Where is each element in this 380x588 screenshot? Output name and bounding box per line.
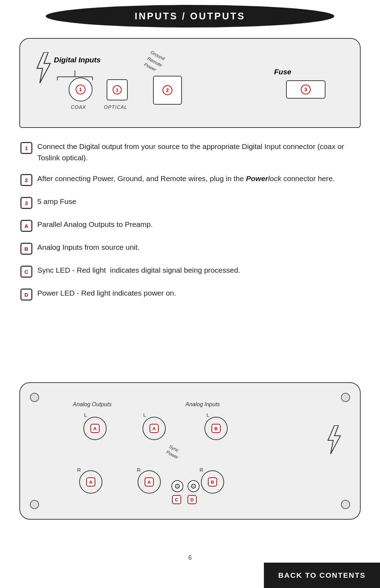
ao2-l-connector: A <box>142 417 166 440</box>
c-badge-label: C <box>172 495 181 504</box>
descriptions-section: 1 Connect the Digital output from your s… <box>20 141 360 310</box>
fuse-label: Fuse <box>274 68 291 76</box>
desc-item-c: C Sync LED - Red light indicates digital… <box>20 265 360 278</box>
badge-3: 3 <box>20 197 32 209</box>
sync-led-connector <box>171 480 183 492</box>
device-diagram-top: Digital Inputs 1 COAX 1 OPTICAL Ground R… <box>19 38 361 128</box>
badge-b: B <box>20 243 32 255</box>
mount-dot-br <box>341 500 350 509</box>
desc-item-3: 3 5 amp Fuse <box>20 196 360 209</box>
desc-text-d: Power LED - Red light indicates power on… <box>37 287 176 299</box>
badge-d: D <box>20 289 32 301</box>
coax-connector: 1 <box>69 78 93 101</box>
ao1-r-connector: A <box>79 470 102 494</box>
power-led-connector <box>188 480 200 492</box>
lightning-icon-bottom <box>325 425 342 454</box>
desc-item-b: B Analog Inputs from source unit. <box>20 242 360 255</box>
page-number: 6 <box>188 554 192 562</box>
badge-1: 1 <box>20 142 32 154</box>
desc-item-1: 1 Connect the Digital output from your s… <box>20 141 360 163</box>
grp-labels: Ground Remote Power <box>143 49 167 75</box>
analog-inputs-label: Analog Inputs <box>185 401 220 408</box>
d-badge-label: D <box>188 495 197 504</box>
power-badge: 2 <box>163 85 172 95</box>
back-to-contents-label: BACK TO CONTENTS <box>278 571 366 580</box>
digital-inputs-label: Digital Inputs <box>54 56 101 64</box>
fuse-connector: 3 <box>286 80 325 99</box>
svg-marker-6 <box>328 425 340 454</box>
mount-dot-tl <box>30 393 39 402</box>
ao1-l-connector: A <box>83 417 107 440</box>
optical-badge: 1 <box>113 85 122 94</box>
desc-item-a: A Parallel Analog Outputs to Preamp. <box>20 219 360 232</box>
l-label-ai: L <box>207 412 209 418</box>
page-title: INPUTS / OUTPUTS <box>135 11 246 22</box>
r-label-ao2: R <box>137 467 141 473</box>
badge-c: C <box>20 266 32 278</box>
badge-a: A <box>20 220 32 232</box>
power-connector: 2 <box>153 76 182 105</box>
fuse-badge: 3 <box>301 85 311 94</box>
lightning-icon <box>33 52 52 83</box>
optical-connector: 1 <box>107 79 128 100</box>
desc-text-2: After connecting Power, Ground, and Remo… <box>37 173 335 184</box>
r-label-ao1: R <box>77 467 81 473</box>
ai-l-connector: B <box>204 417 228 440</box>
svg-marker-0 <box>37 52 50 83</box>
device-diagram-bottom: Analog Outputs Analog Inputs L L L R R R… <box>19 382 361 520</box>
analog-outputs-label: Analog Outputs <box>73 401 112 408</box>
desc-text-b: Analog Inputs from source unit. <box>37 242 140 253</box>
optical-label: OPTICAL <box>104 104 127 110</box>
desc-text-a: Parallel Analog Outputs to Preamp. <box>37 219 153 230</box>
ao2-r-connector: A <box>138 470 161 494</box>
r-label-ai: R <box>200 467 203 473</box>
desc-text-1: Connect the Digital output from your sou… <box>37 141 360 163</box>
back-to-contents-button[interactable]: BACK TO CONTENTS <box>264 563 380 588</box>
sync-power-labels: Sync Power <box>165 443 183 460</box>
mount-dot-tr <box>341 393 350 402</box>
desc-text-3: 5 amp Fuse <box>37 196 76 207</box>
l-label-ao2: L <box>143 412 146 418</box>
l-label-ao1: L <box>84 412 87 418</box>
coax-label: COAX <box>71 104 86 110</box>
header-wrapper: INPUTS / OUTPUTS <box>46 5 334 27</box>
desc-item-2: 2 After connecting Power, Ground, and Re… <box>20 173 360 186</box>
coax-badge: 1 <box>76 85 86 94</box>
ai-r-connector: B <box>201 470 224 494</box>
desc-text-c: Sync LED - Red light indicates digital s… <box>37 265 240 276</box>
mount-dot-bl <box>30 500 39 509</box>
desc-item-d: D Power LED - Red light indicates power … <box>20 287 360 301</box>
badge-2: 2 <box>20 174 32 186</box>
